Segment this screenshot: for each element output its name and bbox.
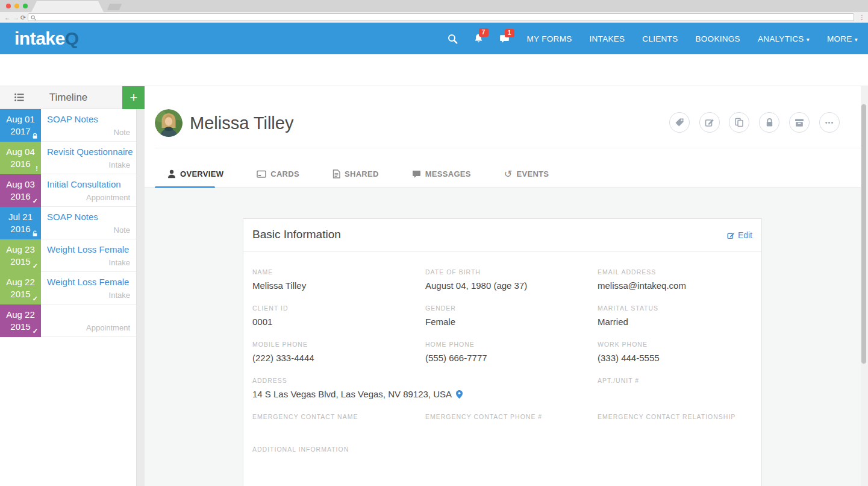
map-pin-icon[interactable] <box>456 390 463 399</box>
tab-cards[interactable]: CARDS <box>257 169 299 178</box>
timeline-entry[interactable]: Aug 03 2016 ✓ Initial Consultation Appoi… <box>0 174 136 207</box>
timeline-header: Timeline <box>0 86 136 109</box>
entry-type-label: Note <box>114 128 130 137</box>
field-client-id: CLIENT ID 0001 <box>252 305 421 327</box>
field-label: EMERGENCY CONTACT NAME <box>252 413 421 420</box>
add-timeline-item-button[interactable]: + <box>122 86 145 109</box>
timeline-entry[interactable]: Jul 21 2016 SOAP Notes Note <box>0 207 136 239</box>
timeline-entry[interactable]: Aug 23 2015 ✓ Weight Loss Female Intake <box>0 239 136 272</box>
entry-body: SOAP Notes Note <box>41 109 136 142</box>
check-icon: ✓ <box>33 328 38 335</box>
date-badge: Aug 03 2016 ✓ <box>0 174 41 207</box>
field-marital-status: MARITAL STATUS Married <box>598 305 766 327</box>
entry-type-label: Appointment <box>86 193 130 202</box>
field-work-phone: WORK PHONE (333) 444-5555 <box>598 341 766 363</box>
card-title: Basic Information <box>252 228 341 241</box>
minimize-window-button[interactable] <box>14 4 19 8</box>
lock-button[interactable] <box>759 112 779 133</box>
nav-analytics[interactable]: ANALYTICS▾ <box>758 34 810 43</box>
field-emergency-contact-name: EMERGENCY CONTACT NAME <box>252 413 421 425</box>
browser-tab-bar <box>0 0 868 12</box>
card-header: Basic Information Edit <box>243 219 761 252</box>
nav-label: ANALYTICS <box>758 34 804 43</box>
field-value: melissa@intakeq.com <box>598 280 766 291</box>
avatar[interactable] <box>155 109 183 137</box>
entry-title-link[interactable]: Weight Loss Female <box>47 277 129 287</box>
tab-shared[interactable]: SHARED <box>333 169 379 178</box>
timeline-entry[interactable]: Aug 22 2015 ✓ Weight Loss Female Intake <box>0 272 136 305</box>
tab-label: OVERVIEW <box>180 169 223 178</box>
browser-tab[interactable] <box>31 1 104 12</box>
field-name: NAME Melissa Tilley <box>252 268 421 291</box>
field-value: August 04, 1980 (age 37) <box>425 280 594 291</box>
date-line1: Aug 03 <box>0 178 41 191</box>
tab-overview[interactable]: OVERVIEW <box>167 169 223 178</box>
tab-label: MESSAGES <box>425 169 471 178</box>
date-badge: Aug 01 2017 <box>0 109 41 142</box>
edit-basic-info-link[interactable]: Edit <box>727 230 752 240</box>
browser-menu-icon[interactable]: ⋮ <box>859 12 865 23</box>
scrollbar-thumb[interactable] <box>861 104 866 364</box>
tab-label: SHARED <box>345 169 379 178</box>
lock-icon <box>765 118 774 127</box>
new-tab-button[interactable] <box>107 4 122 10</box>
messages-bubble-icon[interactable]: 1 <box>499 34 510 44</box>
refresh-icon[interactable]: ⟳ <box>20 12 26 23</box>
tab-messages[interactable]: MESSAGES <box>412 169 471 178</box>
nav-clients[interactable]: CLIENTS <box>642 34 678 43</box>
logo-intake-text: intake <box>14 28 65 48</box>
entry-title-link[interactable]: SOAP Notes <box>47 212 98 222</box>
entry-title-link[interactable]: Initial Consultation <box>47 179 121 189</box>
browser-toolbar: ← → ⟳ ⋮ <box>0 12 868 23</box>
entry-body: Weight Loss Female Intake <box>41 239 136 272</box>
maximize-window-button[interactable] <box>23 4 28 8</box>
logo-q-text: Q <box>65 28 79 48</box>
edit-icon <box>705 118 714 127</box>
ellipsis-icon: ••• <box>825 119 834 126</box>
url-bar[interactable] <box>28 13 854 21</box>
edit-client-button[interactable] <box>699 112 720 133</box>
date-line1: Aug 01 <box>0 113 41 125</box>
tab-label: EVENTS <box>516 169 549 178</box>
back-icon[interactable]: ← <box>4 12 11 23</box>
page-scrollbar[interactable] <box>861 86 868 486</box>
search-icon[interactable] <box>448 34 458 44</box>
field-label: ADDITIONAL INFORMATION <box>252 446 590 453</box>
search-icon <box>31 15 36 21</box>
field-label: MOBILE PHONE <box>252 341 421 348</box>
timeline-entry[interactable]: Aug 22 2015 ✓ Appointment <box>0 305 136 337</box>
timeline-entry[interactable]: Aug 04 2016 ! Revisit Questionnaire Inta… <box>0 142 136 174</box>
nav-bookings[interactable]: BOOKINGS <box>695 34 740 43</box>
timeline-entry[interactable]: Aug 01 2017 SOAP Notes Note <box>0 109 136 142</box>
entry-title-link[interactable]: Weight Loss Female <box>47 244 129 254</box>
field-label: CLIENT ID <box>252 305 421 312</box>
client-main-panel: Melissa Tilley <box>145 86 861 486</box>
field-label: EMERGENCY CONTACT RELATIONSHIP <box>598 413 766 420</box>
nav-label: INTAKES <box>589 34 625 43</box>
nav-more[interactable]: MORE▾ <box>827 34 858 43</box>
basic-information-card: Basic Information Edit NAME Melissa Till… <box>243 218 762 486</box>
entry-type-label: Intake <box>109 291 130 300</box>
nav-my-forms[interactable]: MY FORMS <box>527 34 572 43</box>
entry-title-link[interactable]: SOAP Notes <box>47 114 98 124</box>
field-address: ADDRESS 14 S Las Vegas Blvd, Las Vegas, … <box>252 377 590 399</box>
entry-title-link[interactable]: Revisit Questionnaire <box>47 147 133 157</box>
entry-body: Revisit Questionnaire Intake <box>41 142 136 174</box>
top-nav: 7 1 MY FORMS INTAKES CLIENTS BOOKINGS AN… <box>432 23 858 54</box>
archive-button[interactable] <box>789 112 810 133</box>
nav-intakes[interactable]: INTAKES <box>589 34 625 43</box>
notifications-bell-icon[interactable]: 7 <box>473 33 484 44</box>
tab-events[interactable]: ↺ EVENTS <box>504 169 549 178</box>
close-window-button[interactable] <box>6 4 11 8</box>
more-actions-button[interactable]: ••• <box>819 112 840 133</box>
check-icon: ✓ <box>33 263 38 270</box>
nav-label: CLIENTS <box>642 34 678 43</box>
intakeq-logo[interactable]: intakeQ <box>14 23 79 54</box>
edit-label: Edit <box>738 230 752 240</box>
entry-body: Weight Loss Female Intake <box>41 272 136 305</box>
active-tab-underline <box>155 186 215 188</box>
tags-button[interactable] <box>669 112 690 133</box>
copy-button[interactable] <box>729 112 749 133</box>
forward-icon[interactable]: → <box>13 12 19 23</box>
client-header: Melissa Tilley <box>145 86 861 188</box>
